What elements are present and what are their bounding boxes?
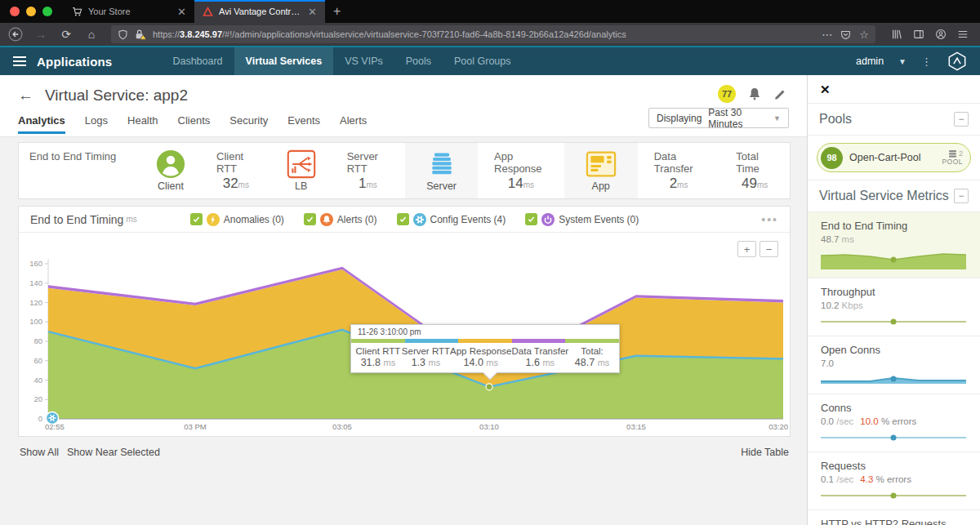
lb-icon: [287, 149, 316, 179]
tab-logs[interactable]: Logs: [85, 114, 108, 134]
nav-item-dashboard[interactable]: Dashboard: [161, 47, 234, 75]
e2e-metric-data-transfer: Data Transfer2ms: [638, 143, 720, 198]
toggle-alerts-0-[interactable]: Alerts (0): [304, 213, 377, 226]
menu-icon[interactable]: [957, 29, 969, 40]
config-event-icon: [413, 213, 426, 226]
tab-security[interactable]: Security: [229, 114, 268, 134]
e2e-node-server[interactable]: Server: [405, 143, 478, 198]
side-panel: ✕ Pools − 98 Open-Cart-Pool 2 POOL: [807, 75, 980, 525]
checkbox-checked[interactable]: [190, 213, 203, 225]
chart-overflow-menu[interactable]: •••: [761, 213, 778, 226]
nav-item-pool-groups[interactable]: Pool Groups: [443, 47, 522, 75]
show-all-link[interactable]: Show All: [20, 447, 59, 458]
close-tab-icon[interactable]: ✕: [308, 6, 317, 18]
timeframe-label: Displaying: [657, 113, 702, 124]
app-navigation-bar: Applications DashboardVirtual ServicesVS…: [0, 46, 980, 75]
toggle-system-events-0-[interactable]: System Events (0): [525, 213, 639, 226]
event-toggles: Anomalies (0) Alerts (0) Config Events (…: [190, 213, 639, 226]
timeframe-value: Past 30 Minutes: [708, 107, 767, 130]
svg-text:20: 20: [33, 394, 42, 403]
bookmark-star-icon[interactable]: ☆: [859, 29, 869, 41]
app-nav-menu: DashboardVirtual ServicesVS VIPsPoolsPoo…: [161, 47, 522, 75]
collapse-pools-button[interactable]: −: [954, 112, 969, 127]
e2e-node-lb[interactable]: LB: [272, 143, 331, 198]
app-section-title[interactable]: Applications: [37, 55, 112, 69]
pool-item-open-cart-pool[interactable]: 98 Open-Cart-Pool 2 POOL: [817, 143, 971, 172]
metric-card-open-conns[interactable]: Open Conns 7.0: [808, 336, 980, 394]
metric-card-requests[interactable]: Requests 0.1 /sec4.3 % errors: [808, 452, 980, 510]
home-button[interactable]: ⌂: [82, 25, 100, 43]
new-tab-button[interactable]: +: [333, 4, 341, 19]
close-window-button[interactable]: [10, 7, 20, 16]
metric-card-http-vs-http2-requests[interactable]: HTTP vs HTTP2 Requests 0.1 /sec: [808, 510, 980, 525]
forward-button[interactable]: →: [32, 25, 50, 43]
pools-header-label: Pools: [819, 112, 852, 127]
back-button[interactable]: [7, 25, 24, 43]
zoom-out-button[interactable]: −: [760, 241, 778, 257]
user-chevron-down-icon[interactable]: ▼: [898, 57, 906, 66]
tab-health[interactable]: Health: [127, 114, 158, 134]
app-menu-icon[interactable]: [13, 56, 26, 66]
back-arrow-button[interactable]: ←: [18, 87, 33, 105]
checkbox-checked[interactable]: [304, 213, 316, 225]
tab-title: Your Store: [88, 7, 172, 16]
kebab-menu-icon[interactable]: ⋮: [921, 56, 933, 68]
pool-server-count: 2: [959, 149, 963, 158]
toggle-anomalies-0-[interactable]: Anomalies (0): [190, 213, 284, 226]
library-icon[interactable]: [891, 29, 902, 40]
metric-sparkline: [821, 432, 967, 443]
config-event-marker: [47, 412, 59, 425]
svg-text:160: 160: [29, 259, 42, 268]
nav-item-vs-vips[interactable]: VS VIPs: [333, 47, 394, 75]
show-near-selected-link[interactable]: Show Near Selected: [67, 447, 160, 458]
main-panel: ← Virtual Service: app2 77 AnalyticsLogs…: [0, 75, 807, 525]
nav-item-pools[interactable]: Pools: [394, 47, 443, 75]
tooltip-entry-data-transfer: Data Transfer1.6 ms: [512, 346, 569, 368]
maximize-window-button[interactable]: [42, 7, 52, 16]
browser-tab-your-store[interactable]: Your Store ✕: [64, 0, 194, 23]
edit-pencil-icon[interactable]: [773, 87, 787, 101]
alert-icon: [320, 213, 333, 226]
window-controls[interactable]: [10, 7, 52, 16]
reload-button[interactable]: ⟳: [57, 25, 75, 43]
alert-count-badge[interactable]: 77: [718, 85, 736, 103]
hide-table-link[interactable]: Hide Table: [741, 447, 789, 458]
metric-card-conns[interactable]: Conns 0.0 /sec10.0 % errors: [808, 394, 980, 452]
metric-sparkline: [821, 490, 967, 501]
shield-icon[interactable]: [118, 29, 128, 40]
zoom-in-button[interactable]: +: [737, 241, 756, 257]
bell-icon[interactable]: [747, 87, 762, 101]
avi-logo-icon[interactable]: [947, 51, 967, 71]
user-menu[interactable]: admin: [856, 56, 884, 67]
nav-item-virtual-services[interactable]: Virtual Services: [234, 47, 334, 75]
sidebar-toggle-icon[interactable]: [913, 29, 924, 40]
url-text[interactable]: https://3.8.245.97/#!/admin/applications…: [153, 29, 816, 39]
tab-analytics[interactable]: Analytics: [18, 114, 65, 134]
url-bar[interactable]: https://3.8.245.97/#!/admin/applications…: [111, 25, 875, 43]
account-icon[interactable]: [935, 29, 947, 40]
e2e-node-app[interactable]: App: [564, 143, 638, 198]
browser-tab-avi-controller[interactable]: Avi Vantage Controller ✕: [194, 0, 325, 23]
toggle-config-events-4-[interactable]: Config Events (4): [397, 213, 506, 226]
metric-card-end-to-end-timing[interactable]: End to End Timing 48.7 ms: [808, 212, 980, 278]
minimize-window-button[interactable]: [26, 7, 36, 16]
checkbox-checked[interactable]: [397, 213, 409, 225]
close-panel-icon[interactable]: ✕: [808, 75, 980, 104]
metric-card-throughput[interactable]: Throughput 10.2 Kbps: [808, 278, 980, 336]
close-tab-icon[interactable]: ✕: [177, 6, 186, 18]
page-actions-icon[interactable]: ⋯: [822, 29, 832, 41]
end-to-end-timing-card: End to End Timing ClientClient RTT32msLB…: [18, 142, 791, 199]
tab-clients[interactable]: Clients: [178, 114, 211, 134]
collapse-metrics-button[interactable]: −: [954, 189, 969, 203]
pocket-icon[interactable]: [840, 29, 851, 40]
timeframe-dropdown[interactable]: Displaying Past 30 Minutes ▼: [648, 108, 789, 128]
page-header: ← Virtual Service: app2 77 AnalyticsLogs…: [0, 75, 807, 137]
insecure-lock-icon[interactable]: [134, 29, 147, 40]
tab-alerts[interactable]: Alerts: [340, 114, 367, 134]
e2e-node-client[interactable]: Client: [141, 143, 200, 198]
checkbox-checked[interactable]: [525, 213, 537, 225]
tab-events[interactable]: Events: [287, 114, 320, 134]
anomaly-icon: [207, 213, 220, 226]
metric-sparkline: [821, 250, 967, 269]
chart-unit: ms: [126, 215, 136, 224]
